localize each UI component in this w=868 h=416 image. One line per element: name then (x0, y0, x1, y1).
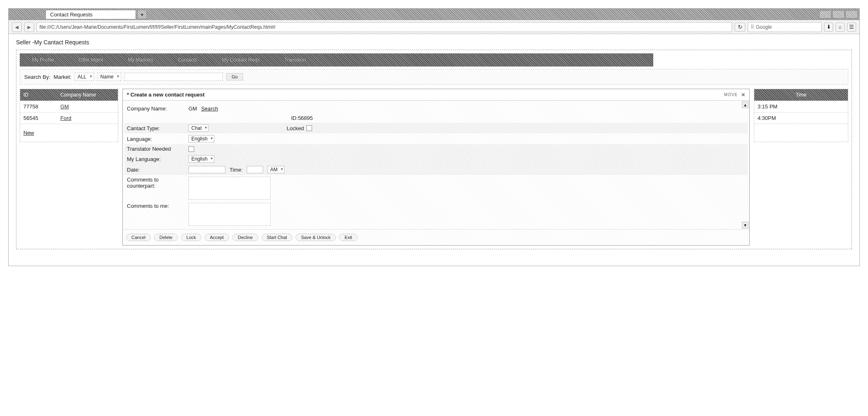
comments-cp-label: Comments to counterpart: (127, 177, 184, 189)
translator-checkbox[interactable] (188, 146, 194, 152)
nav-offer-mgmt[interactable]: Offer Mgmt (70, 55, 111, 64)
page-content: Seller -My Cantact Requests My Profile O… (9, 34, 859, 266)
company-row: Company Name: GM Search (127, 104, 745, 113)
id-row: ID:56895 (127, 113, 745, 123)
market-label: Market: (54, 74, 71, 80)
my-language-dropdown[interactable]: English (188, 155, 214, 163)
accept-button[interactable]: Accept (204, 234, 229, 241)
scroll-down-button[interactable]: ▼ (742, 222, 749, 228)
table-row[interactable]: 77758 GM (20, 101, 118, 112)
window-close-button[interactable] (845, 10, 858, 18)
new-link[interactable]: New (23, 130, 34, 136)
ampm-dropdown[interactable]: AM (267, 166, 285, 173)
search-text-input[interactable] (124, 73, 223, 81)
nav-my-contact-reqs[interactable]: My Contact Reqs (214, 55, 268, 64)
scroll-up-button[interactable]: ▲ (742, 101, 749, 108)
browser-window: Contact Requests + ◄ ► file:///C:/Users/… (8, 8, 860, 266)
cell-company-link[interactable]: GM (60, 103, 69, 110)
contact-type-label: Cantact Type: (127, 125, 184, 131)
nav-my-profile[interactable]: My Profile (24, 55, 62, 64)
comments-cp-row: Comments to counterpart: (127, 175, 745, 201)
menu-icon[interactable]: ☰ (847, 23, 856, 32)
window-minimize-button[interactable] (819, 10, 831, 18)
cell-time: 4:30PM (758, 115, 776, 121)
home-icon[interactable]: ⌂ (836, 23, 845, 32)
new-tab-button[interactable]: + (138, 10, 147, 19)
date-input[interactable] (188, 166, 225, 173)
market-dropdown[interactable]: ALL (75, 73, 94, 81)
reload-button[interactable]: ↻ (735, 23, 745, 32)
contact-type-dropdown[interactable]: Chat (188, 124, 209, 132)
address-bar[interactable]: file:///C:/Users/Jean-Marie/Documents/Fi… (37, 22, 732, 32)
date-label: Date: (127, 167, 184, 173)
locked-checkbox[interactable] (306, 125, 312, 131)
window-maximize-button[interactable] (832, 10, 845, 18)
window-controls (819, 10, 859, 18)
lock-button[interactable]: Lock (181, 234, 201, 241)
browser-titlebar: Contact Requests + (9, 9, 859, 20)
language-label: Language: (127, 136, 184, 142)
save-unlock-button[interactable]: Save & Unlock (296, 234, 336, 241)
contact-type-row: Cantact Type: Chat Locked (124, 123, 748, 133)
language-row: Language: English (127, 133, 745, 144)
col-time: Time (796, 92, 806, 98)
browser-toolbar: ◄ ► file:///C:/Users/Jean-Marie/Document… (9, 20, 859, 34)
exit-button[interactable]: Exit (339, 234, 357, 241)
downloads-icon[interactable]: ⬇ (824, 23, 833, 32)
cell-id: 77758 (23, 103, 48, 110)
time-table: Time 3:15 PM 4:30PM (754, 89, 848, 142)
locked-field: Locked (287, 125, 312, 131)
main-navbar: My Profile Offer Mgmt My Markets Contact… (20, 53, 653, 67)
table-row[interactable]: 3:15 PM (754, 101, 848, 112)
language-dropdown[interactable]: English (188, 135, 214, 142)
dialog-body: ▲ Company Name: GM Search ID:56895 (123, 101, 749, 229)
col-company: Company Name (60, 92, 96, 98)
dialog-titlebar[interactable]: * Create a new contact request MOVE ✕ (123, 89, 749, 101)
id-label: ID: (291, 115, 298, 121)
id-value: 56895 (298, 115, 313, 121)
search-engine-icon: ⠿ (751, 24, 754, 30)
time-table-footer (754, 124, 848, 142)
forward-button[interactable]: ► (24, 22, 34, 32)
nav-contacts[interactable]: Contacts (170, 55, 205, 64)
reload-icon: ↻ (738, 24, 742, 30)
nav-transition[interactable]: Transition (276, 55, 314, 64)
comments-cp-textarea[interactable] (188, 177, 271, 200)
browser-search-box[interactable]: ⠿ Google (748, 22, 822, 32)
start-chat-button[interactable]: Start Chat (262, 234, 293, 241)
date-time-row: Date: Time: AM (124, 164, 748, 175)
search-field-dropdown[interactable]: Name (97, 73, 121, 81)
search-by-label: Search By: (24, 74, 51, 80)
left-column: ID Company Name 77758 GM 56545 Ford Ne (20, 89, 118, 246)
search-placeholder: Google (756, 24, 772, 30)
cell-company-link[interactable]: Ford (60, 115, 71, 121)
right-column: Time 3:15 PM 4:30PM (754, 89, 848, 246)
tab-strip: Contact Requests + (9, 9, 147, 20)
browser-tab[interactable]: Contact Requests (46, 10, 136, 19)
time-table-header: Time (754, 89, 848, 101)
main-panel: My Profile Offer Mgmt My Markets Contact… (16, 50, 852, 249)
decline-button[interactable]: Decline (232, 234, 258, 241)
delete-button[interactable]: Delete (154, 234, 178, 241)
comments-me-label: Comments to me: (127, 203, 184, 209)
go-button[interactable]: Go (226, 73, 243, 80)
comments-me-textarea[interactable] (188, 203, 271, 226)
company-search-link[interactable]: Search (201, 106, 218, 112)
company-name-label: Company Name: (127, 106, 184, 112)
content-row: ID Company Name 77758 GM 56545 Ford Ne (17, 89, 851, 248)
dialog-move-handle[interactable]: MOVE (724, 92, 738, 97)
search-bar: Search By: Market: ALL Name Go (20, 69, 848, 85)
create-request-dialog: * Create a new contact request MOVE ✕ ▲ … (122, 89, 750, 246)
tab-title: Contact Requests (50, 11, 92, 18)
nav-my-markets[interactable]: My Markets (119, 55, 161, 64)
back-button[interactable]: ◄ (12, 22, 22, 32)
table-row[interactable]: 56545 Ford (20, 112, 118, 124)
locked-label: Locked (287, 125, 304, 131)
url-text: file:///C:/Users/Jean-Marie/Documents/Fi… (39, 24, 276, 30)
cancel-button[interactable]: Cancel (126, 234, 151, 241)
dialog-close-button[interactable]: ✕ (741, 92, 745, 98)
table-row[interactable]: 4:30PM (754, 112, 848, 124)
comments-me-row: Comments to me: (127, 201, 745, 228)
my-language-row: My Language: English (124, 154, 748, 164)
time-input[interactable] (247, 166, 263, 173)
